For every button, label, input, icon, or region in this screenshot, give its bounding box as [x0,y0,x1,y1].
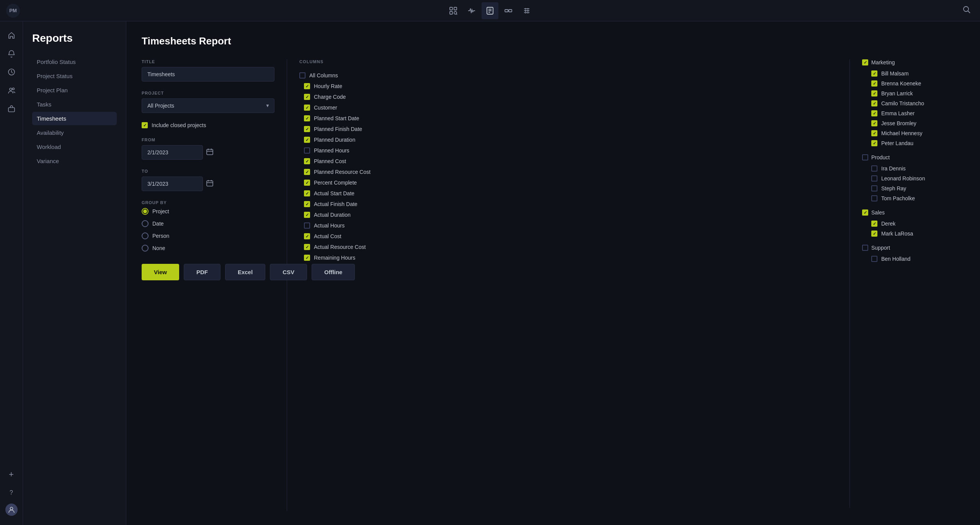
actual-cost-checkbox[interactable] [304,233,310,239]
planned-start-date-checkbox[interactable] [304,115,310,121]
from-date-input[interactable] [142,145,203,160]
member-leonard-robinson[interactable]: Leonard Robinson [862,173,965,183]
from-calendar-icon[interactable] [206,148,214,157]
sidebar-item-tasks[interactable]: Tasks [32,98,117,111]
member-tom-pacholke[interactable]: Tom Pacholke [862,193,965,203]
pulse-icon[interactable] [463,2,480,19]
view-button[interactable]: View [142,264,179,280]
home-icon[interactable] [4,28,19,43]
product-group-header[interactable]: Product [862,154,965,160]
pdf-button[interactable]: PDF [184,264,220,280]
all-columns-checkbox[interactable] [299,72,305,79]
charge-code-checkbox[interactable] [304,94,310,100]
to-calendar-icon[interactable] [206,179,214,189]
user-avatar[interactable] [5,504,18,516]
bell-icon[interactable] [4,46,19,61]
people-icon[interactable] [4,83,19,98]
planned-resource-cost-checkbox[interactable] [304,169,310,175]
member-bryan-larrick[interactable]: Bryan Larrick [862,88,965,98]
member-michael-hennesy[interactable]: Michael Hennesy [862,128,965,138]
link-icon[interactable] [500,2,517,19]
layout-icon[interactable] [518,2,535,19]
col-planned-hours[interactable]: Planned Hours [299,145,837,156]
actual-finish-date-checkbox[interactable] [304,201,310,207]
excel-button[interactable]: Excel [225,264,265,280]
col-customer[interactable]: Customer [299,102,837,113]
derek-checkbox[interactable] [871,221,877,227]
include-closed-checkbox[interactable] [142,122,148,128]
member-jesse-bromley[interactable]: Jesse Bromley [862,118,965,128]
col-actual-hours[interactable]: Actual Hours [299,220,837,231]
support-group-header[interactable]: Support [862,245,965,251]
michael-hennesy-checkbox[interactable] [871,130,877,136]
member-derek[interactable]: Derek [862,219,965,229]
percent-complete-checkbox[interactable] [304,180,310,186]
planned-cost-checkbox[interactable] [304,158,310,164]
actual-resource-cost-checkbox[interactable] [304,244,310,250]
hourly-rate-checkbox[interactable] [304,83,310,89]
col-actual-finish-date[interactable]: Actual Finish Date [299,199,837,209]
member-ben-holland[interactable]: Ben Holland [862,254,965,264]
brenna-koeneke-checkbox[interactable] [871,80,877,87]
col-planned-finish-date[interactable]: Planned Finish Date [299,124,837,134]
emma-lasher-checkbox[interactable] [871,110,877,116]
col-actual-cost[interactable]: Actual Cost [299,231,837,242]
sidebar-item-project-status[interactable]: Project Status [32,69,117,83]
col-all-columns[interactable]: All Columns [299,70,837,81]
actual-start-date-checkbox[interactable] [304,190,310,196]
support-checkbox[interactable] [862,245,868,251]
col-actual-start-date[interactable]: Actual Start Date [299,188,837,199]
col-percent-complete[interactable]: Percent Complete [299,177,837,188]
peter-landau-checkbox[interactable] [871,140,877,146]
col-actual-duration[interactable]: Actual Duration [299,209,837,220]
sidebar-item-project-plan[interactable]: Project Plan [32,83,117,97]
col-charge-code[interactable]: Charge Code [299,92,837,102]
sidebar-item-timesheets[interactable]: Timesheets [32,112,117,125]
product-checkbox[interactable] [862,154,868,160]
sidebar-item-variance[interactable]: Variance [32,154,117,168]
to-date-input[interactable] [142,177,203,191]
sales-group-header[interactable]: Sales [862,209,965,216]
member-peter-landau[interactable]: Peter Landau [862,138,965,148]
help-icon[interactable]: ? [4,485,19,500]
member-camilo-tristancho[interactable]: Camilo Tristancho [862,98,965,108]
col-planned-resource-cost[interactable]: Planned Resource Cost [299,167,837,177]
sales-checkbox[interactable] [862,209,868,216]
sidebar-item-availability[interactable]: Availability [32,126,117,139]
marketing-checkbox[interactable] [862,59,868,65]
clock-icon[interactable] [4,64,19,80]
member-bill-malsam[interactable]: Bill Malsam [862,69,965,79]
tom-pacholke-checkbox[interactable] [871,195,877,201]
col-remaining-hours[interactable]: Remaining Hours [299,252,837,263]
col-planned-cost[interactable]: Planned Cost [299,156,837,167]
col-planned-start-date[interactable]: Planned Start Date [299,113,837,124]
report-icon[interactable] [482,2,498,19]
search-button[interactable] [959,2,974,19]
add-icon[interactable]: + [4,467,19,482]
col-planned-duration[interactable]: Planned Duration [299,134,837,145]
member-mark-larosa[interactable]: Mark LaRosa [862,229,965,239]
radio-date[interactable]: Date [142,220,274,227]
member-ira-dennis[interactable]: Ira Dennis [862,164,965,173]
ben-holland-checkbox[interactable] [871,256,877,262]
marketing-group-header[interactable]: Marketing [862,59,965,65]
sidebar-item-workload[interactable]: Workload [32,140,117,154]
leonard-robinson-checkbox[interactable] [871,175,877,182]
planned-duration-checkbox[interactable] [304,137,310,143]
steph-ray-checkbox[interactable] [871,185,877,191]
customer-checkbox[interactable] [304,105,310,111]
actual-hours-checkbox[interactable] [304,222,310,229]
radio-person[interactable]: Person [142,232,274,239]
col-hourly-rate[interactable]: Hourly Rate [299,81,837,92]
mark-larosa-checkbox[interactable] [871,231,877,237]
sidebar-item-portfolio-status[interactable]: Portfolio Status [32,55,117,69]
actual-duration-checkbox[interactable] [304,212,310,218]
member-emma-lasher[interactable]: Emma Lasher [862,108,965,118]
planned-hours-checkbox[interactable] [304,147,310,154]
remaining-hours-checkbox[interactable] [304,255,310,261]
member-steph-ray[interactable]: Steph Ray [862,183,965,193]
bryan-larrick-checkbox[interactable] [871,90,877,96]
briefcase-icon[interactable] [4,101,19,116]
search-alt-icon[interactable] [445,2,462,19]
radio-none[interactable]: None [142,245,274,252]
